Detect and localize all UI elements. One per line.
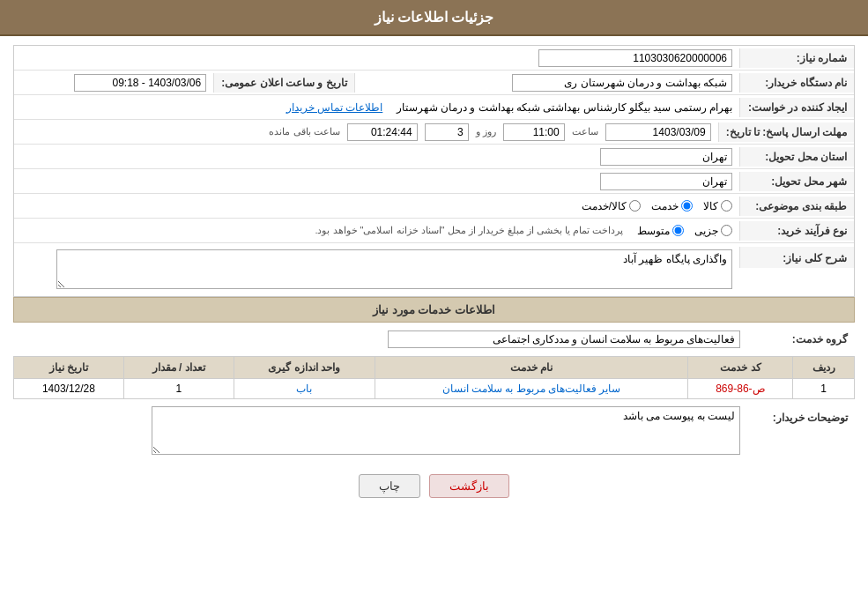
page-title: جزئیات اطلاعات نیاز [375, 10, 494, 25]
buyer-org-input[interactable] [512, 74, 732, 92]
purchase-jozei-radio[interactable] [721, 225, 732, 236]
announce-datetime-value [14, 71, 213, 94]
deadline-value-cell: ساعت روز و ساعت باقی مانده [14, 121, 718, 144]
city-row: شهر محل تحویل: [14, 169, 854, 194]
announce-datetime-input[interactable] [74, 74, 206, 92]
cell-service-code: ص-86-869 [688, 379, 793, 399]
deadline-days-label: روز و [476, 126, 496, 137]
province-value-cell [14, 145, 739, 168]
services-section-title: اطلاعات خدمات مورد نیاز [13, 297, 855, 323]
button-group: بازگشت چاپ [13, 464, 855, 509]
deadline-time-input[interactable] [503, 123, 565, 141]
category-khedmat-text: خدمت [651, 200, 679, 212]
deadline-remain-input[interactable] [347, 123, 418, 141]
table-row: 1 ص-86-869 سایر فعالیت‌های مربوط به سلام… [14, 379, 855, 399]
main-content: شماره نیاز: نام دستگاه خریدار: تاریخ و س… [0, 36, 868, 517]
purchase-motavset-radio[interactable] [672, 225, 684, 236]
need-number-row: شماره نیاز: [14, 46, 854, 71]
col-need-date: تاریخ نیاز [14, 357, 124, 379]
city-label: شهر محل تحویل: [739, 172, 854, 191]
purchase-type-label: نوع فرآیند خرید: [739, 221, 854, 241]
need-number-label: شماره نیاز: [739, 48, 854, 68]
category-kala-label[interactable]: کالا [703, 200, 732, 212]
back-button[interactable]: بازگشت [429, 474, 509, 498]
buyer-org-label: نام دستگاه خریدار: [739, 73, 854, 93]
purchase-jozei-label[interactable]: جزیی [694, 225, 732, 237]
deadline-days-input[interactable] [425, 123, 469, 141]
deadline-date-input[interactable] [605, 123, 711, 141]
col-unit: واحد اندازه گیری [234, 357, 375, 379]
purchase-motavset-label[interactable]: متوسط [637, 225, 684, 237]
province-input[interactable] [600, 148, 732, 166]
category-kala-khedmat-text: کالا/خدمت [582, 200, 627, 212]
category-khedmat-radio[interactable] [681, 200, 693, 212]
services-table-body: 1 ص-86-869 سایر فعالیت‌های مربوط به سلام… [14, 379, 855, 399]
description-value-cell: document.addEventListener('DOMContentLoa… [14, 247, 739, 292]
print-button[interactable]: چاپ [359, 474, 420, 498]
service-group-label: گروه خدمت: [740, 330, 855, 349]
buyer-org-cell [355, 71, 739, 94]
deadline-label: مهلت ارسال پاسخ: تا تاریخ: [718, 123, 854, 142]
need-number-value [14, 47, 739, 70]
city-input[interactable] [600, 173, 732, 190]
table-header-row: ردیف کد خدمت نام خدمت واحد اندازه گیری ت… [14, 357, 855, 379]
col-quantity: تعداد / مقدار [123, 357, 234, 379]
category-kala-khedmat-radio[interactable] [629, 200, 641, 212]
category-khedmat-label[interactable]: خدمت [651, 200, 693, 212]
category-kala-radio[interactable] [721, 200, 732, 212]
service-group-input[interactable] [388, 330, 740, 348]
buyer-announce-row: نام دستگاه خریدار: تاریخ و ساعت اعلان عم… [14, 71, 854, 95]
deadline-row: مهلت ارسال پاسخ: تا تاریخ: ساعت روز و سا… [14, 120, 854, 145]
need-number-input[interactable] [538, 49, 732, 67]
city-value-cell [14, 170, 739, 193]
cell-need-date: 1403/12/28 [14, 379, 124, 399]
deadline-multi: ساعت روز و ساعت باقی مانده [269, 123, 710, 141]
page-wrapper: جزئیات اطلاعات نیاز شماره نیاز: نام دستگ… [0, 0, 868, 609]
purchase-jozei-text: جزیی [694, 225, 718, 237]
category-kala-khedmat-label[interactable]: کالا/خدمت [582, 200, 641, 212]
category-kala-text: کالا [703, 200, 718, 212]
purchase-type-radio-group: جزیی متوسط [637, 225, 732, 237]
category-value-cell: کالا خدمت کالا/خدمت [14, 197, 739, 215]
province-row: استان محل تحویل: [14, 145, 854, 169]
cell-quantity: 1 [123, 379, 234, 399]
buyer-desc-label: توضیحات خریدار: [740, 406, 855, 427]
service-group-row: گروه خدمت: [13, 330, 855, 349]
purchase-type-row: نوع فرآیند خرید: جزیی متوسط پرداخت تمام … [14, 219, 854, 243]
deadline-remain-label: ساعت باقی مانده [269, 126, 339, 137]
creator-text: بهرام رستمی سید بیگلو کارشناس بهداشتی شب… [397, 101, 732, 114]
category-label: طبقه بندی موضوعی: [739, 197, 854, 216]
creator-contact-link[interactable]: اطلاعات تماس خریدار [286, 101, 383, 114]
purchase-type-note: پرداخت تمام یا بخشی از مبلغ خریدار از مح… [315, 225, 623, 236]
description-label: شرح کلی نیاز: [739, 247, 854, 268]
page-header: جزئیات اطلاعات نیاز [0, 0, 868, 36]
cell-row-num: 1 [793, 379, 855, 399]
province-label: استان محل تحویل: [739, 147, 854, 167]
col-service-name: نام خدمت [375, 357, 688, 379]
services-table: ردیف کد خدمت نام خدمت واحد اندازه گیری ت… [13, 356, 855, 399]
description-textarea[interactable] [56, 249, 732, 289]
category-row: طبقه بندی موضوعی: کالا خدمت [14, 194, 854, 219]
col-row-num: ردیف [793, 357, 855, 379]
purchase-motavset-text: متوسط [637, 225, 670, 237]
cell-service-name: سایر فعالیت‌های مربوط به سلامت انسان [375, 379, 688, 399]
creator-label: ایجاد کننده در خواست: [739, 98, 854, 117]
col-service-code: کد خدمت [688, 357, 793, 379]
buyer-desc-row: توضیحات خریدار: [13, 406, 855, 455]
creator-row: ایجاد کننده در خواست: بهرام رستمی سید بی… [14, 95, 854, 120]
category-radio-group: کالا خدمت کالا/خدمت [582, 200, 732, 212]
purchase-type-value-cell: جزیی متوسط پرداخت تمام یا بخشی از مبلغ خ… [14, 222, 739, 240]
cell-unit: باب [234, 379, 375, 399]
main-form-section: شماره نیاز: نام دستگاه خریدار: تاریخ و س… [13, 45, 855, 297]
deadline-time-label: ساعت [572, 126, 598, 137]
announce-datetime-label: تاریخ و ساعت اعلان عمومی: [213, 73, 354, 93]
description-row: شرح کلی نیاز: document.addEventListener(… [14, 243, 854, 296]
buyer-desc-textarea[interactable] [152, 406, 741, 455]
creator-value-cell: بهرام رستمی سید بیگلو کارشناس بهداشتی شب… [14, 99, 739, 116]
